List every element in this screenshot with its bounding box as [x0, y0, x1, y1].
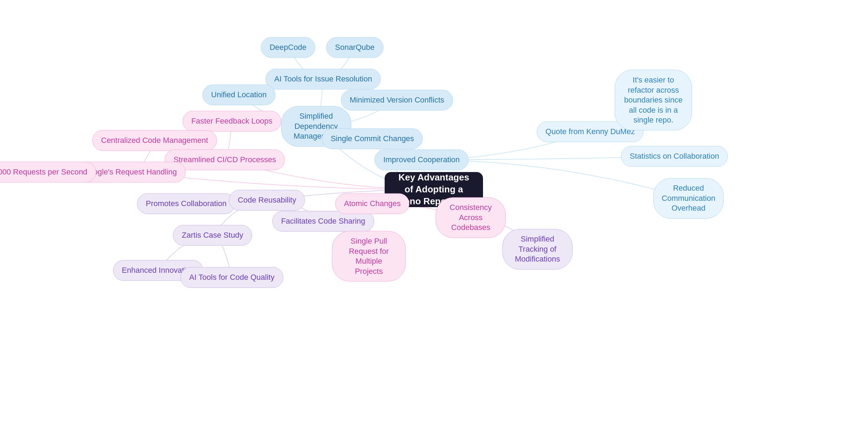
node-consistency: Consistency Across Codebases [436, 197, 506, 238]
node-stats-collab: Statistics on Collaboration [621, 146, 728, 167]
node-zartis: Zartis Case Study [173, 225, 252, 246]
node-facilitates: Facilitates Code Sharing [272, 211, 374, 232]
node-minimized-version: Minimized Version Conflicts [341, 90, 453, 111]
node-single-commit: Single Commit Changes [322, 128, 423, 149]
node-code-reuse: Code Reusability [229, 190, 305, 211]
node-centralized: Centralized Code Management [92, 130, 217, 151]
node-single-pr: Single Pull Request for Multiple Project… [332, 231, 406, 282]
node-500k: 500,000 Requests per Second [0, 162, 96, 183]
node-ai-issue: AI Tools for Issue Resolution [266, 69, 381, 90]
node-improved-coop: Improved Cooperation [374, 150, 469, 170]
node-sonarqube: SonarQube [326, 37, 384, 58]
node-promotes-collab: Promotes Collaboration [137, 193, 235, 214]
node-atomic-changes: Atomic Changes [335, 193, 409, 214]
node-deepcode: DeepCode [261, 37, 315, 58]
node-faster-feedback: Faster Feedback Loops [182, 111, 281, 132]
node-unified-location: Unified Location [202, 85, 275, 105]
node-reduced-comm: Reduced Communication Overhead [653, 178, 724, 219]
node-easier-refactor: It's easier to refactor across boundarie… [615, 70, 692, 131]
mindmap-container: Key Advantages of Adopting a Mono Reposi… [0, 0, 868, 422]
connections-svg [0, 0, 868, 422]
node-ai-code-quality: AI Tools for Code Quality [181, 267, 283, 288]
node-simplified-tracking: Simplified Tracking of Modifications [502, 229, 573, 270]
